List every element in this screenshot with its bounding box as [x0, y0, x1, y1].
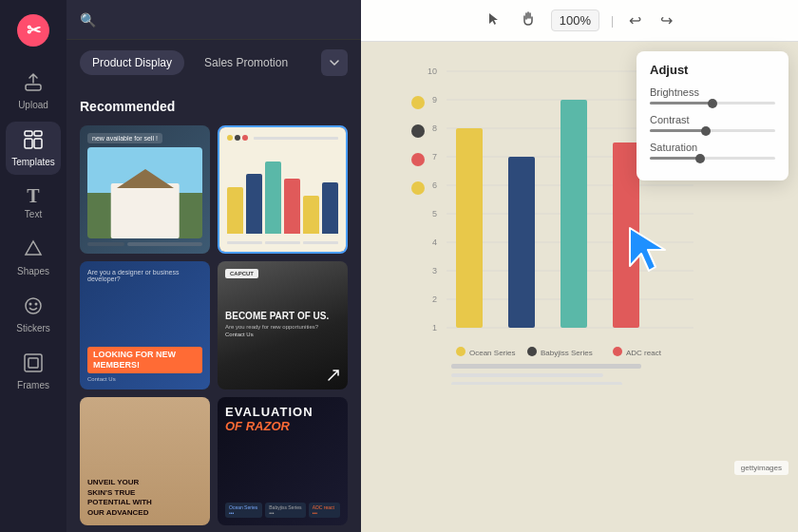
svg-text:10: 10: [428, 66, 437, 76]
svg-text:✂: ✂: [27, 21, 42, 40]
sidebar: ✂ Upload Templates T Text: [0, 0, 66, 532]
sidebar-item-shapes-label: Shapes: [17, 266, 49, 276]
cursor-arrow: [625, 223, 668, 279]
contrast-slider[interactable]: [650, 129, 775, 132]
templates-icon: [23, 129, 44, 153]
contact-text-2: Contact Us: [225, 332, 340, 337]
canvas-area: 100% | ↩ ↪ Adjust Brightness Contrast Sa…: [361, 0, 798, 532]
contrast-label: Contrast: [650, 114, 775, 125]
zoom-display[interactable]: 100%: [551, 10, 599, 31]
svg-rect-38: [508, 157, 535, 328]
svg-point-35: [411, 153, 425, 166]
brightness-label: Brightness: [650, 86, 775, 98]
sidebar-item-upload[interactable]: Upload: [6, 65, 61, 118]
template-card-woman[interactable]: UNVEIL YOURSKIN'S TRUEPOTENTIAL WITHOUR …: [80, 397, 210, 525]
svg-rect-49: [451, 382, 622, 385]
become-part-headline: BECOME PART OF US.: [225, 311, 340, 322]
svg-text:5: 5: [432, 209, 437, 218]
saturation-row: Saturation: [650, 142, 775, 160]
svg-point-43: [527, 347, 537, 356]
svg-rect-12: [28, 358, 38, 368]
mini-chart: [227, 144, 338, 238]
svg-rect-11: [25, 354, 42, 371]
shapes-icon: [23, 238, 44, 262]
house-image: [87, 147, 202, 238]
svg-marker-7: [26, 241, 41, 255]
svg-point-34: [411, 124, 425, 138]
search-icon: 🔍: [80, 12, 96, 28]
filter-bar: Product Display Sales Promotion: [66, 40, 361, 86]
svg-point-45: [613, 347, 622, 356]
hand-tool-button[interactable]: [517, 8, 540, 34]
search-input[interactable]: BAR CHART: [104, 11, 348, 28]
svg-rect-47: [451, 364, 641, 369]
svg-rect-6: [34, 139, 42, 148]
svg-point-10: [35, 303, 38, 306]
search-bar: 🔍 BAR CHART: [66, 0, 361, 40]
svg-rect-5: [25, 139, 32, 148]
sidebar-item-shapes[interactable]: Shapes: [6, 231, 61, 284]
template-card-razor[interactable]: EVALUATION OF RAZOR Ocean Series ••• Bab…: [218, 397, 348, 525]
sidebar-item-stickers[interactable]: Stickers: [6, 288, 61, 341]
template-card-members[interactable]: Are you a designer or business developer…: [80, 261, 210, 390]
svg-text:6: 6: [432, 180, 437, 190]
template-card-house[interactable]: new available for sell !: [80, 125, 210, 254]
svg-text:7: 7: [432, 152, 437, 162]
text-icon: T: [27, 186, 39, 205]
svg-text:Ocean Series: Ocean Series: [469, 349, 515, 357]
svg-text:2: 2: [432, 294, 437, 304]
house-shape: [110, 183, 180, 238]
svg-point-41: [456, 347, 466, 356]
sidebar-item-frames[interactable]: Frames: [6, 345, 61, 398]
frames-icon: [23, 352, 44, 376]
svg-rect-48: [451, 373, 603, 377]
adjust-panel: Adjust Brightness Contrast Saturation: [636, 51, 788, 180]
section-recommended-title: Recommended: [80, 99, 348, 114]
sidebar-item-stickers-label: Stickers: [16, 323, 50, 333]
svg-rect-39: [560, 100, 587, 328]
svg-text:8: 8: [432, 124, 437, 133]
template-card-chart[interactable]: [218, 125, 348, 254]
redo-button[interactable]: ↪: [656, 8, 676, 33]
svg-rect-3: [25, 131, 32, 136]
saturation-slider[interactable]: [650, 157, 775, 160]
svg-text:3: 3: [432, 266, 437, 276]
razor-title: EVALUATION: [225, 405, 340, 419]
contact-text: Contact Us: [87, 376, 202, 382]
svg-text:4: 4: [432, 238, 437, 247]
svg-text:ADC react: ADC react: [626, 349, 662, 357]
upload-icon: [23, 72, 44, 96]
filter-more-button[interactable]: [321, 49, 348, 76]
svg-rect-2: [26, 85, 41, 90]
contrast-row: Contrast: [650, 114, 775, 132]
filter-sales-promotion[interactable]: Sales Promotion: [192, 50, 300, 75]
pointer-tool-button[interactable]: [483, 8, 505, 34]
templates-panel: 🔍 BAR CHART Product Display Sales Promot…: [66, 0, 361, 532]
saturation-label: Saturation: [650, 142, 775, 153]
members-cta-text: Are you a designer or business developer…: [87, 269, 202, 282]
gettyimages-badge: gettyimages: [734, 461, 788, 475]
sidebar-item-upload-label: Upload: [18, 100, 48, 110]
brightness-row: Brightness: [650, 86, 775, 104]
become-sub: Are you ready for new opportunities?: [225, 324, 340, 330]
members-headline: LOOKING FOR NEW MEMBERS!: [87, 347, 202, 373]
svg-rect-4: [34, 131, 42, 136]
template-card-become[interactable]: CAPCUT BECOME PART OF US. Are you ready …: [218, 261, 348, 390]
razor-of: OF RAZOR: [225, 419, 340, 433]
capcut-badge: CAPCUT: [225, 269, 258, 278]
adjust-title: Adjust: [650, 63, 775, 77]
svg-rect-37: [456, 128, 483, 328]
stickers-icon: [23, 295, 44, 319]
sidebar-item-text[interactable]: T Text: [6, 179, 61, 227]
sidebar-item-templates[interactable]: Templates: [6, 122, 61, 175]
app-logo: ✂: [14, 11, 52, 49]
sidebar-item-text-label: Text: [25, 209, 42, 219]
canvas-toolbar: 100% | ↩ ↪: [361, 0, 798, 42]
svg-text:Babyjiss Series: Babyjiss Series: [541, 349, 593, 357]
brightness-slider[interactable]: [650, 102, 775, 104]
undo-button[interactable]: ↩: [625, 8, 645, 33]
panel-content: Recommended new available for sell !: [66, 86, 361, 532]
sidebar-item-frames-label: Frames: [17, 380, 49, 390]
filter-product-display[interactable]: Product Display: [80, 50, 184, 75]
sidebar-item-templates-label: Templates: [11, 157, 55, 167]
